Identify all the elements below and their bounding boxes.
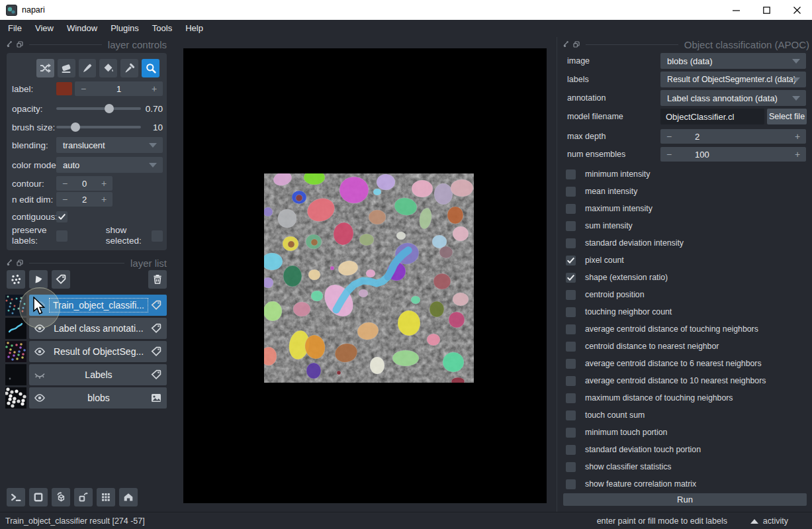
contour-decrement[interactable]: − (56, 178, 73, 189)
close-button[interactable] (782, 0, 812, 20)
minimize-button[interactable] (721, 0, 751, 20)
roll-dims-button[interactable] (52, 488, 70, 506)
console-button[interactable] (7, 488, 25, 506)
shuffle-tool-button[interactable] (36, 59, 54, 77)
opacity-slider[interactable] (56, 101, 141, 116)
feature-checkbox[interactable] (566, 376, 576, 386)
num-ensembles-spinbox[interactable]: − 100 + (660, 147, 806, 162)
feature-checkbox[interactable] (566, 445, 576, 455)
brush-size-slider[interactable] (56, 120, 141, 134)
select-file-button[interactable]: Select file (767, 109, 807, 124)
feature-checkbox[interactable] (566, 238, 576, 248)
feature-checkbox[interactable] (566, 393, 576, 403)
menu-plugins[interactable]: Plugins (104, 20, 146, 37)
maximize-button[interactable] (751, 0, 782, 20)
blobs-image[interactable] (264, 173, 474, 383)
num-ensembles-increment[interactable]: + (789, 149, 806, 160)
menu-window[interactable]: Window (60, 20, 104, 37)
eye-open-icon[interactable] (34, 392, 47, 404)
feature-checkbox[interactable] (566, 290, 576, 300)
eye-open-icon[interactable] (34, 346, 47, 358)
label-color-swatch[interactable] (56, 82, 72, 95)
eye-closed-icon[interactable] (34, 369, 47, 381)
dock-splitter[interactable] (557, 37, 557, 512)
blending-dropdown[interactable]: translucent (56, 137, 163, 153)
annotation-dropdown[interactable]: Label class annotation (data) (660, 90, 806, 106)
menu-file[interactable]: File (1, 20, 28, 37)
contiguous-checkbox[interactable] (56, 211, 68, 222)
image-dropdown[interactable]: blobs (data) (660, 53, 806, 69)
n-edit-dim-decrement[interactable]: − (56, 194, 73, 205)
menu-tools[interactable]: Tools (146, 20, 179, 37)
fill-tool-button[interactable] (99, 59, 117, 77)
num-ensembles-decrement[interactable]: − (660, 149, 678, 160)
contour-spinbox[interactable]: − 0 + (56, 176, 113, 191)
home-button[interactable] (119, 488, 138, 506)
preserve-labels-checkbox[interactable] (56, 230, 68, 242)
layer-name[interactable]: blobs (47, 393, 150, 403)
feature-checkbox[interactable] (566, 428, 576, 438)
show-selected-checkbox[interactable] (152, 230, 163, 242)
n-edit-dim-increment[interactable]: + (95, 194, 113, 205)
layer-item: Result of ObjectSeg... (5, 341, 167, 362)
dock-float-icon[interactable] (17, 38, 23, 50)
ndisplay-button[interactable] (29, 488, 48, 506)
label-increment[interactable]: + (146, 83, 163, 94)
feature-checkbox[interactable] (566, 307, 576, 317)
eraser-tool-button[interactable] (58, 59, 75, 77)
feature-checkbox[interactable] (566, 273, 576, 283)
layer-name[interactable]: Train_object_classifi... (47, 298, 150, 313)
delete-layer-button[interactable] (148, 270, 167, 289)
tag-icon (150, 346, 162, 358)
feature-row: touch count sum (559, 407, 812, 424)
feature-checkbox[interactable] (566, 187, 576, 197)
model-filename-input[interactable]: ObjectClassifier.cl (660, 109, 764, 124)
feature-checkbox[interactable] (566, 324, 576, 334)
feature-checkbox[interactable] (566, 359, 576, 369)
divider (586, 44, 678, 45)
dock-float-icon[interactable] (573, 38, 580, 50)
brush-tool-button[interactable] (79, 59, 97, 77)
feature-checkbox[interactable] (566, 221, 576, 231)
run-button[interactable]: Run (563, 493, 807, 506)
feature-checkbox[interactable] (566, 204, 576, 214)
n-edit-dim-spinbox[interactable]: − 2 + (56, 192, 113, 207)
contour-increment[interactable]: + (95, 178, 113, 189)
feature-checkbox[interactable] (566, 256, 576, 265)
label-spinbox[interactable]: − 1 + (75, 81, 163, 96)
shapes-layer-button[interactable] (29, 270, 48, 289)
feature-checkbox[interactable] (566, 169, 576, 179)
layer-name[interactable]: Label class annotati... (47, 323, 150, 334)
layer-row[interactable]: Result of ObjectSeg... (29, 341, 167, 362)
points-layer-button[interactable] (7, 270, 25, 289)
dock-float-icon[interactable] (17, 257, 23, 269)
max-depth-increment[interactable]: + (789, 131, 806, 142)
labels-dropdown[interactable]: Result of ObjectSegmenter.cl (data) (660, 72, 806, 87)
feature-checkbox[interactable] (566, 410, 576, 420)
layer-row[interactable]: blobs (29, 387, 167, 409)
viewer-canvas[interactable] (183, 48, 547, 503)
transpose-button[interactable] (74, 488, 93, 506)
color-mode-dropdown[interactable]: auto (56, 157, 163, 173)
layer-name[interactable]: Result of ObjectSeg... (47, 346, 150, 357)
max-depth-decrement[interactable]: − (660, 131, 678, 142)
feature-checkbox[interactable] (566, 462, 576, 472)
feature-checkbox[interactable] (566, 479, 576, 489)
num-ensembles-label: num ensembles (567, 150, 625, 159)
grid-button[interactable] (97, 488, 115, 506)
layer-name[interactable]: Labels (47, 369, 150, 380)
max-depth-spinbox[interactable]: − 2 + (660, 129, 806, 144)
zoom-tool-button[interactable] (142, 59, 159, 77)
layer-row[interactable]: Labels (29, 364, 167, 385)
dock-hide-icon[interactable] (563, 38, 570, 50)
label-decrement[interactable]: − (75, 83, 92, 94)
menu-help[interactable]: Help (179, 20, 210, 37)
dock-hide-icon[interactable] (7, 38, 13, 50)
dock-hide-icon[interactable] (7, 257, 13, 269)
tag-icon (150, 299, 162, 311)
menu-view[interactable]: View (28, 20, 60, 37)
activity-button[interactable]: activity (750, 516, 788, 526)
labels-layer-button[interactable] (52, 270, 70, 289)
feature-checkbox[interactable] (566, 342, 576, 352)
picker-tool-button[interactable] (120, 59, 138, 77)
